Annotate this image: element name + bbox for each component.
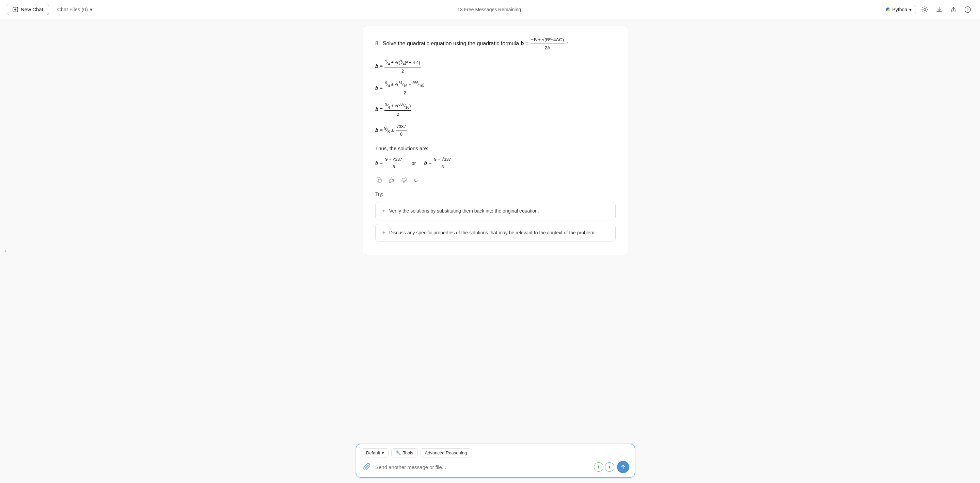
share-icon (950, 6, 957, 13)
wrench-icon: 🔧 (396, 450, 401, 456)
python-icon (886, 8, 890, 11)
problem-text: Solve the quadratic equation using the q… (383, 40, 568, 46)
suggestion-card-1[interactable]: ✦ Verify the solutions by substituting t… (375, 202, 616, 220)
math-step-3: b = 9⁄4 ± √(337⁄16) 2 (375, 101, 616, 118)
svg-rect-6 (378, 179, 381, 182)
topnav: New Chat Chat Files (0) ▾ 13 Free Messag… (0, 0, 980, 19)
share-button[interactable] (948, 4, 959, 15)
main-layout: › 8. Solve the quadratic equation using … (0, 19, 980, 483)
math-step-4: b = 9⁄8 ± √337 8 (375, 123, 616, 138)
input-area: Default ▾ 🔧 Tools Advanced Reasoning (11, 440, 980, 483)
content-area: 8. Solve the quadratic equation using th… (11, 19, 980, 483)
refresh-icon (414, 177, 419, 183)
sparkle-icon-2: ✦ (382, 229, 386, 237)
suggestion-text-1: Verify the solutions by substituting the… (389, 207, 539, 215)
suggestion-text-2: Discuss any specific properties of the s… (389, 229, 595, 237)
new-chat-button[interactable]: New Chat (7, 4, 49, 15)
solutions-label: Thus, the solutions are: (375, 144, 616, 153)
thumbs-up-icon (389, 177, 394, 183)
input-toolbar: Default ▾ 🔧 Tools Advanced Reasoning (362, 448, 629, 457)
send-icon (620, 464, 626, 470)
solution-1: b = 9 + √337 8 (375, 156, 403, 171)
paperclip-icon (363, 462, 371, 470)
suggestion-card-2[interactable]: ✦ Discuss any specific properties of the… (375, 224, 616, 242)
problem-header: 8. Solve the quadratic equation using th… (375, 36, 616, 52)
new-chat-label: New Chat (21, 6, 43, 12)
problem-number: 8. (375, 40, 380, 46)
chevron-down-icon: ▾ (90, 6, 92, 13)
nav-right: Python ▾ ? (881, 4, 973, 15)
refresh-button[interactable] (412, 176, 420, 186)
input-right (594, 461, 629, 473)
messages-remaining: 13 Free Messages Remaining (101, 7, 878, 12)
math-step-1: b = 9⁄4 ± √((9⁄4)² + 4·4) 2 (375, 58, 616, 75)
advanced-reasoning-label: Advanced Reasoning (425, 450, 467, 456)
svg-point-3 (924, 8, 926, 11)
solution-2: b = 9 − √337 8 (424, 156, 452, 171)
input-container: Default ▾ 🔧 Tools Advanced Reasoning (356, 444, 635, 478)
chevron-down-icon: ▾ (382, 450, 384, 456)
settings-button[interactable] (920, 4, 930, 15)
chevron-down-icon: ▾ (909, 7, 912, 12)
attach-button[interactable] (362, 461, 372, 473)
help-icon: ? (964, 6, 971, 13)
tools-button[interactable]: 🔧 Tools (391, 448, 417, 457)
or-text: or (411, 159, 416, 167)
thumbs-up-button[interactable] (388, 176, 396, 186)
sidebar-toggle[interactable]: › (0, 19, 11, 483)
default-button[interactable]: Default ▾ (362, 448, 388, 457)
solutions-row: b = 9 + √337 8 or b = 9 − √337 8 (375, 156, 616, 171)
download-icon (936, 6, 943, 13)
help-button[interactable]: ? (962, 4, 973, 15)
message-input[interactable] (375, 464, 590, 470)
new-chat-icon (13, 7, 18, 12)
thumbs-down-icon (401, 177, 407, 183)
svg-text:?: ? (967, 8, 969, 12)
download-button[interactable] (934, 4, 945, 15)
python-label: Python (892, 7, 907, 12)
chat-scroll: 8. Solve the quadratic equation using th… (11, 19, 980, 440)
copy-icon (377, 177, 382, 183)
chevron-right-icon: › (5, 248, 6, 254)
send-button[interactable] (617, 461, 629, 473)
chat-files-button[interactable]: Chat Files (0) ▾ (53, 4, 97, 15)
try-label: Try: (375, 190, 616, 199)
advanced-reasoning-button[interactable]: Advanced Reasoning (420, 448, 472, 457)
tools-label: Tools (403, 450, 413, 456)
formula-fraction: −B ± √(B²−4AC) 2A (531, 36, 565, 52)
thumbs-down-button[interactable] (400, 176, 408, 186)
action-icons (375, 176, 616, 186)
copy-button[interactable] (375, 176, 383, 186)
chat-files-label: Chat Files (0) (57, 6, 88, 12)
message-block: 8. Solve the quadratic equation using th… (363, 26, 628, 255)
gear-icon (921, 6, 928, 13)
input-row (362, 461, 629, 473)
math-step-2: b = 9⁄4 ± √(81⁄16 + 256⁄16) 2 (375, 80, 616, 97)
gemini-icons (594, 462, 614, 472)
gemini-teal-icon[interactable] (605, 462, 614, 472)
sparkle-icon-1: ✦ (382, 207, 386, 215)
default-label: Default (366, 450, 380, 456)
chat-content: 8. Solve the quadratic equation using th… (356, 26, 635, 261)
python-selector[interactable]: Python ▾ (881, 5, 916, 14)
gemini-green-icon[interactable] (594, 462, 603, 472)
